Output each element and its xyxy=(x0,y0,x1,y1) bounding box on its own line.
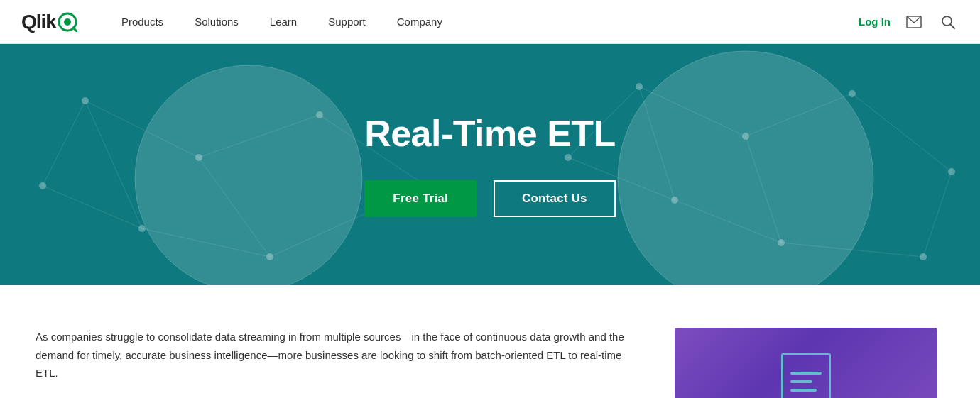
doc-lines xyxy=(790,372,822,392)
svg-point-34 xyxy=(636,83,643,90)
svg-point-30 xyxy=(316,111,323,118)
login-link[interactable]: Log In xyxy=(859,16,891,28)
svg-line-5 xyxy=(951,24,955,28)
mail-icon xyxy=(906,16,922,28)
svg-point-35 xyxy=(742,133,749,140)
content-text: As companies struggle to consolidate dat… xyxy=(36,328,632,398)
svg-point-1 xyxy=(64,18,71,26)
svg-point-36 xyxy=(849,90,856,97)
doc-line-3 xyxy=(790,389,817,392)
nav-solutions[interactable]: Solutions xyxy=(179,0,254,44)
mail-icon-button[interactable] xyxy=(903,11,925,33)
nav-learn[interactable]: Learn xyxy=(254,0,312,44)
hero-title: Real-Time ETL xyxy=(364,112,616,155)
free-trial-button[interactable]: Free Trial xyxy=(364,180,477,217)
svg-point-32 xyxy=(266,253,273,260)
logo-icon xyxy=(58,12,77,32)
logo-text: Qlik xyxy=(21,11,56,33)
content-section: As companies struggle to consolidate dat… xyxy=(0,285,980,398)
svg-point-29 xyxy=(195,154,202,161)
svg-line-2 xyxy=(73,28,77,31)
nav-company[interactable]: Company xyxy=(381,0,458,44)
content-image xyxy=(675,328,937,398)
svg-point-26 xyxy=(135,65,362,285)
svg-point-39 xyxy=(778,239,785,246)
main-nav: Products Solutions Learn Support Company xyxy=(106,0,859,44)
svg-point-31 xyxy=(138,225,146,232)
search-icon-button[interactable] xyxy=(937,11,959,33)
nav-support[interactable]: Support xyxy=(312,0,381,44)
svg-point-33 xyxy=(39,182,46,189)
svg-point-38 xyxy=(671,197,678,204)
header: Qlik Products Solutions Learn Support Co… xyxy=(0,0,980,44)
contact-us-button[interactable]: Contact Us xyxy=(494,180,616,217)
hero-buttons: Free Trial Contact Us xyxy=(364,180,615,217)
header-right: Log In xyxy=(859,11,959,33)
svg-point-37 xyxy=(948,168,955,175)
doc-line-2 xyxy=(790,380,812,383)
nav-products[interactable]: Products xyxy=(106,0,179,44)
hero-section: Real-Time ETL Free Trial Contact Us xyxy=(0,44,980,285)
svg-point-40 xyxy=(920,253,927,260)
logo[interactable]: Qlik xyxy=(21,11,77,33)
document-icon xyxy=(781,353,831,398)
content-image-inner xyxy=(760,331,852,398)
hero-content: Real-Time ETL Free Trial Contact Us xyxy=(364,112,616,217)
doc-line-1 xyxy=(790,372,822,375)
svg-point-28 xyxy=(82,97,89,104)
paragraph-1: As companies struggle to consolidate dat… xyxy=(36,328,632,382)
search-icon xyxy=(941,15,955,29)
